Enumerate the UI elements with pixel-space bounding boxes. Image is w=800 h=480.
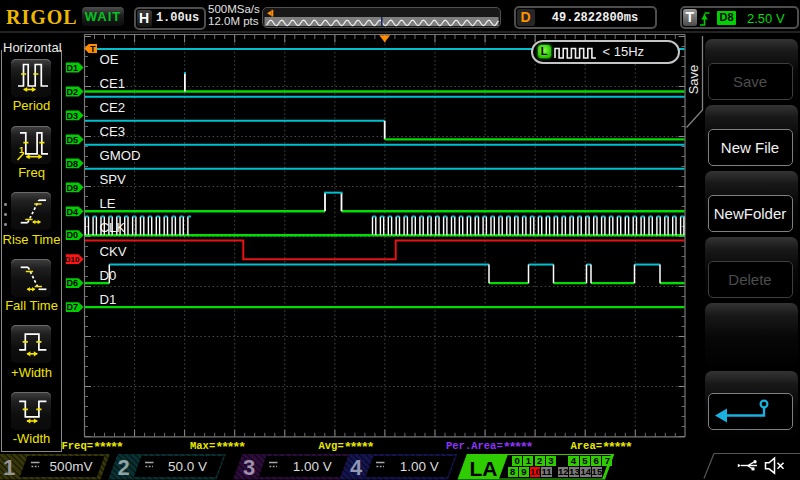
svg-text:T: T: [90, 44, 96, 54]
svg-text:LE: LE: [100, 196, 116, 211]
svg-text:CE3: CE3: [100, 124, 126, 139]
svg-text:OE: OE: [100, 52, 119, 67]
svg-text:D0: D0: [100, 268, 117, 283]
svg-text:GMOD: GMOD: [100, 148, 141, 163]
svg-text:D7: D7: [66, 302, 78, 312]
svg-text:D4: D4: [66, 207, 78, 217]
svg-text:CE1: CE1: [100, 76, 126, 91]
svg-text:D2: D2: [66, 87, 78, 97]
svg-text:D5: D5: [66, 135, 78, 145]
svg-text:D1: D1: [66, 63, 78, 73]
svg-text:CKV: CKV: [100, 244, 127, 259]
svg-text:D6: D6: [66, 278, 78, 288]
svg-text:SPV: SPV: [100, 172, 127, 187]
svg-text:D9: D9: [66, 183, 78, 193]
svg-text:CE2: CE2: [100, 100, 126, 115]
svg-text:D8: D8: [66, 159, 78, 169]
svg-text:D3: D3: [66, 111, 78, 121]
svg-text:D1: D1: [100, 292, 117, 307]
svg-text:D10: D10: [65, 255, 80, 264]
svg-text:D0: D0: [66, 230, 78, 240]
